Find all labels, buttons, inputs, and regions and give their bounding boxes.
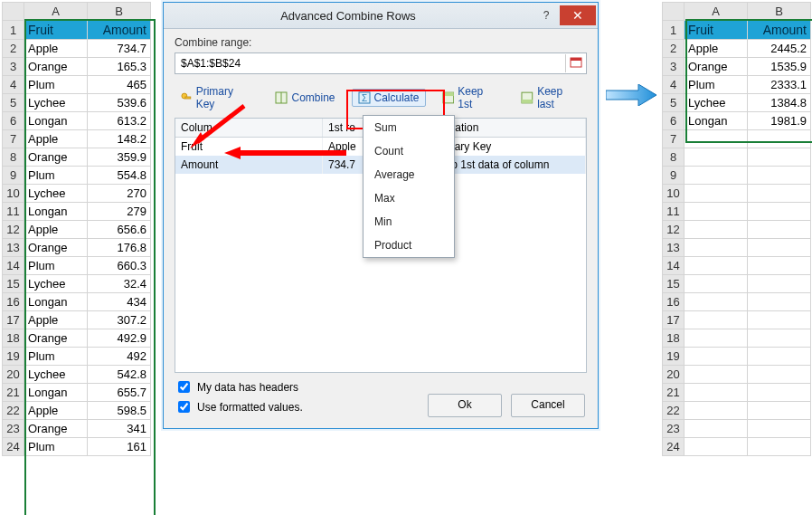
left-spreadsheet[interactable]: A B 1 Fruit Amount 2 Apple 734.73 Orange… — [2, 2, 151, 456]
cell[interactable] — [685, 167, 748, 185]
row-header[interactable]: 20 — [3, 366, 24, 384]
row-header[interactable]: 16 — [3, 293, 24, 311]
row-header[interactable]: 15 — [663, 275, 685, 293]
cell[interactable]: 434 — [88, 293, 151, 311]
cell[interactable]: Plum — [24, 257, 88, 275]
cell[interactable] — [685, 366, 748, 384]
col-header-a[interactable]: A — [685, 3, 748, 21]
cell[interactable]: 359.9 — [88, 148, 151, 167]
row-header[interactable]: 12 — [663, 221, 685, 239]
row-header[interactable]: 1 — [3, 21, 24, 40]
row-header[interactable]: 24 — [3, 438, 24, 456]
dropdown-max[interactable]: Max — [364, 186, 454, 210]
help-button[interactable]: ? — [533, 5, 560, 25]
row-header[interactable]: 8 — [3, 148, 24, 167]
row-header[interactable]: 12 — [3, 221, 24, 239]
cell[interactable] — [748, 438, 811, 456]
cell[interactable]: Apple — [24, 311, 88, 329]
cell[interactable]: Lychee — [24, 366, 88, 384]
cell[interactable]: 655.7 — [88, 384, 151, 402]
header-cell-fruit[interactable]: Fruit — [685, 21, 748, 40]
header-cell-amount[interactable]: Amount — [88, 21, 151, 40]
cell[interactable] — [685, 329, 748, 348]
cell[interactable]: 341 — [88, 420, 151, 438]
titlebar[interactable]: Advanced Combine Rows ? ✕ — [164, 3, 598, 29]
cell[interactable] — [748, 311, 811, 329]
cell[interactable]: 656.6 — [88, 221, 151, 239]
cell[interactable]: 2333.1 — [748, 76, 811, 94]
dropdown-count[interactable]: Count — [364, 139, 454, 163]
dropdown-average[interactable]: Average — [364, 163, 454, 186]
row-header[interactable]: 1 — [663, 21, 685, 40]
row-header[interactable]: 20 — [663, 366, 685, 384]
cell[interactable]: 660.3 — [88, 257, 151, 275]
row-header[interactable]: 21 — [663, 384, 685, 402]
row-header[interactable]: 7 — [663, 130, 685, 148]
cell[interactable]: Apple — [24, 221, 88, 239]
cell[interactable] — [748, 167, 811, 185]
cell[interactable]: 598.5 — [88, 402, 151, 420]
close-button[interactable]: ✕ — [560, 5, 596, 25]
cell[interactable]: Longan — [24, 203, 88, 221]
row-header[interactable]: 22 — [663, 402, 685, 420]
row-header[interactable]: 13 — [3, 239, 24, 257]
row-header[interactable]: 13 — [663, 239, 685, 257]
cell[interactable] — [685, 402, 748, 420]
cell[interactable]: Apple — [24, 130, 88, 148]
header-cell-amount[interactable]: Amount — [748, 21, 811, 40]
cell[interactable]: 1981.9 — [748, 112, 811, 130]
keep-first-button[interactable]: Keep 1st — [437, 83, 505, 112]
cell[interactable] — [685, 257, 748, 275]
cell[interactable] — [748, 257, 811, 275]
cell[interactable]: 2445.2 — [748, 40, 811, 58]
cell[interactable] — [748, 148, 811, 167]
cell[interactable]: 32.4 — [88, 275, 151, 293]
cell[interactable]: Orange — [24, 420, 88, 438]
row-header[interactable]: 19 — [663, 348, 685, 366]
row-header[interactable]: 21 — [3, 384, 24, 402]
cell[interactable]: Longan — [685, 112, 748, 130]
dropdown-sum[interactable]: Sum — [364, 116, 454, 139]
cell[interactable]: Apple — [685, 40, 748, 58]
cell[interactable] — [748, 402, 811, 420]
row-header[interactable]: 10 — [663, 185, 685, 203]
cell[interactable]: 307.2 — [88, 311, 151, 329]
columns-grid[interactable]: Colum 1st ro peration Fruit Apple rimary… — [175, 118, 587, 373]
cell[interactable] — [748, 185, 811, 203]
row-header[interactable]: 11 — [663, 203, 685, 221]
cell[interactable]: Plum — [24, 348, 88, 366]
row-header[interactable]: 6 — [663, 112, 685, 130]
row-header[interactable]: 5 — [3, 94, 24, 112]
cell[interactable] — [685, 148, 748, 167]
row-header[interactable]: 4 — [3, 76, 24, 94]
row-header[interactable]: 4 — [663, 76, 685, 94]
cancel-button[interactable]: Cancel — [511, 394, 585, 417]
cell[interactable]: 270 — [88, 185, 151, 203]
cell[interactable]: Orange — [24, 58, 88, 76]
cell[interactable] — [685, 239, 748, 257]
cell[interactable]: 542.8 — [88, 366, 151, 384]
cell[interactable]: 465 — [88, 76, 151, 94]
cell[interactable]: Plum — [24, 438, 88, 456]
primary-key-button[interactable]: Primary Key — [175, 83, 259, 112]
cell[interactable]: Lychee — [24, 185, 88, 203]
cell[interactable]: 734.7 — [88, 40, 151, 58]
row-header[interactable]: 9 — [3, 167, 24, 185]
range-input[interactable] — [175, 55, 565, 72]
cell[interactable]: Orange — [24, 148, 88, 167]
row-header[interactable]: 9 — [663, 167, 685, 185]
row-header[interactable]: 15 — [3, 275, 24, 293]
cell[interactable] — [748, 221, 811, 239]
row-header[interactable]: 3 — [663, 58, 685, 76]
row-header[interactable]: 14 — [3, 257, 24, 275]
dropdown-product[interactable]: Product — [364, 234, 454, 257]
cell[interactable]: Apple — [24, 402, 88, 420]
cell[interactable] — [748, 203, 811, 221]
row-header[interactable]: 17 — [3, 311, 24, 329]
cell[interactable]: Orange — [24, 239, 88, 257]
ok-button[interactable]: Ok — [428, 394, 502, 417]
grid-col-operation[interactable]: peration — [434, 119, 586, 138]
cell[interactable]: Apple — [24, 40, 88, 58]
row-header[interactable]: 6 — [3, 112, 24, 130]
cell[interactable] — [748, 239, 811, 257]
